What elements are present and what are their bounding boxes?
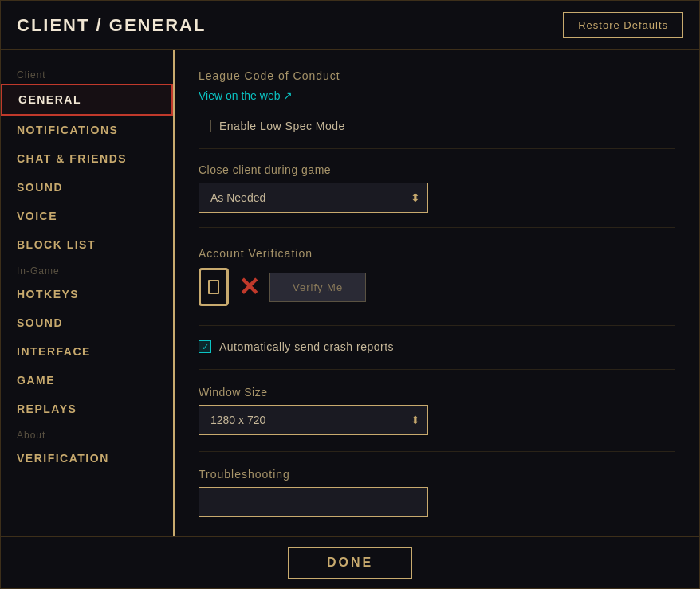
x-icon: ✕	[238, 274, 260, 300]
divider-5	[199, 451, 675, 452]
window-size-section: Window Size 1024 x 768 1280 x 720 1600 x…	[199, 386, 675, 435]
crash-reports-label: Automatically send crash reports	[219, 340, 394, 353]
sidebar-item-voice[interactable]: VOICE	[1, 202, 173, 230]
divider-2	[199, 227, 675, 228]
done-button[interactable]: DONE	[288, 547, 412, 579]
sidebar-item-hotkeys[interactable]: HOTKEYS	[1, 280, 173, 308]
main-body: Client GENERAL NOTIFICATIONS CHAT & FRIE…	[1, 50, 699, 536]
sidebar-item-general[interactable]: GENERAL	[1, 84, 173, 116]
verification-row: ✕ Verify Me	[199, 268, 675, 306]
window-size-dropdown-wrapper: 1024 x 768 1280 x 720 1600 x 900 1920 x …	[199, 405, 428, 435]
sidebar-client-section: Client	[1, 63, 173, 84]
sidebar-item-notifications[interactable]: NOTIFICATIONS	[1, 116, 173, 144]
low-spec-row: Enable Low Spec Mode	[199, 120, 675, 132]
footer: DONE	[1, 536, 699, 588]
sidebar: Client GENERAL NOTIFICATIONS CHAT & FRIE…	[1, 50, 175, 536]
troubleshooting-input-partial	[199, 487, 428, 517]
troubleshooting-section: Troubleshooting	[199, 468, 675, 517]
close-client-label: Close client during game	[199, 163, 675, 176]
verify-me-button[interactable]: Verify Me	[269, 273, 366, 302]
account-verification-title: Account Verification	[199, 247, 675, 260]
phone-icon	[199, 268, 229, 306]
sidebar-ingame-section: In-Game	[1, 259, 173, 280]
restore-defaults-button[interactable]: Restore Defaults	[563, 12, 683, 38]
external-link-icon: ↗	[283, 89, 293, 102]
sidebar-item-sound[interactable]: SOUND	[1, 173, 173, 202]
content-area: League Code of Conduct View on the web ↗…	[175, 50, 699, 536]
crash-reports-row: Automatically send crash reports	[199, 340, 675, 353]
close-client-dropdown-wrapper: Never As Needed Always ⬍	[199, 183, 428, 213]
troubleshooting-label: Troubleshooting	[199, 468, 675, 481]
divider-4	[199, 369, 675, 370]
sidebar-item-block-list[interactable]: BLOCK LIST	[1, 230, 173, 259]
code-of-conduct-title: League Code of Conduct	[199, 69, 675, 82]
window-size-label: Window Size	[199, 386, 675, 399]
window-size-dropdown[interactable]: 1024 x 768 1280 x 720 1600 x 900 1920 x …	[199, 405, 428, 435]
account-verification-section: Account Verification ✕ Verify Me	[199, 247, 675, 306]
header: CLIENT / GENERAL Restore Defaults	[1, 1, 699, 50]
title-prefix: CLIENT /	[17, 15, 109, 35]
low-spec-label: Enable Low Spec Mode	[219, 120, 345, 132]
sidebar-item-replays[interactable]: REPLAYS	[1, 395, 173, 423]
sidebar-item-chat-friends[interactable]: CHAT & FRIENDS	[1, 144, 173, 173]
sidebar-item-interface[interactable]: INTERFACE	[1, 337, 173, 366]
crash-reports-checkbox[interactable]	[199, 340, 211, 353]
close-client-dropdown[interactable]: Never As Needed Always	[199, 183, 428, 213]
close-client-section: Close client during game Never As Needed…	[199, 163, 675, 213]
divider-3	[199, 325, 675, 326]
page-title: CLIENT / GENERAL	[17, 15, 206, 36]
title-main: GENERAL	[109, 15, 206, 35]
divider-1	[199, 148, 675, 149]
sidebar-about-section: About	[1, 423, 173, 444]
low-spec-checkbox[interactable]	[199, 120, 211, 132]
sidebar-item-game[interactable]: GAME	[1, 366, 173, 395]
sidebar-item-sound-ig[interactable]: SOUND	[1, 308, 173, 337]
sidebar-item-verification[interactable]: VERIFICATION	[1, 444, 173, 473]
app-container: CLIENT / GENERAL Restore Defaults Client…	[0, 0, 700, 589]
view-on-web-link[interactable]: View on the web ↗	[199, 89, 293, 102]
